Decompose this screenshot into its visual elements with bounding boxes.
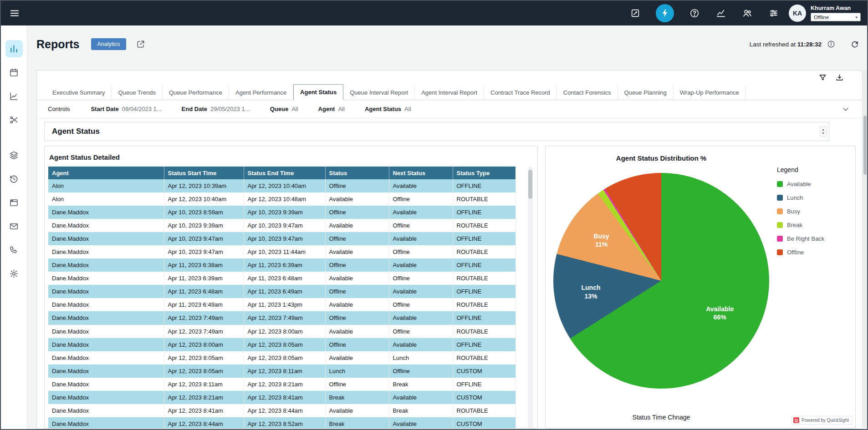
help-icon[interactable] <box>689 7 700 19</box>
table-cell: OFFLINE <box>453 206 516 219</box>
hamburger-menu-icon[interactable] <box>6 5 23 21</box>
table-row[interactable]: Dane.MaddoxApr 10, 2023 9:47amApr 10, 20… <box>48 245 516 258</box>
settings-sliders-icon[interactable] <box>768 7 780 19</box>
column-header-status[interactable]: Status <box>325 167 389 179</box>
table-row[interactable]: AlonApr 12, 2023 10:40amApr 12, 2023 10:… <box>48 192 516 206</box>
chart-caption: Status Time Chnage <box>546 414 777 421</box>
notepad-icon[interactable] <box>629 7 641 19</box>
table-row[interactable]: Dane.MaddoxApr 12, 2023 8:41amApr 12, 20… <box>48 404 516 417</box>
table-cell: Available <box>389 311 453 324</box>
export-icon[interactable] <box>835 73 844 82</box>
sidebar-item-browser[interactable] <box>5 194 23 211</box>
external-link-icon[interactable] <box>136 40 145 49</box>
section-stepper[interactable]: ▲▼ <box>820 126 827 137</box>
table-cell: Break <box>389 404 453 417</box>
sidebar-item-mail[interactable] <box>5 218 23 235</box>
legend-item-available[interactable]: Available <box>777 181 855 187</box>
sidebar-item-scissors[interactable] <box>5 111 23 128</box>
table-scrollbar-thumb[interactable] <box>528 170 532 199</box>
table-cell: Available <box>325 245 389 258</box>
metrics-icon[interactable] <box>715 7 727 19</box>
status-dropdown[interactable]: Offline ▾ <box>811 13 861 21</box>
controls-filters: Start Date09/04/2023 1...End Date29/05/2… <box>91 106 431 112</box>
table-cell: CUSTOM <box>453 391 516 404</box>
column-header-next-status[interactable]: Next Status <box>389 167 453 179</box>
page-scrollbar-thumb[interactable] <box>863 116 867 175</box>
last-refreshed-text: Last refreshed at 11:28:32 <box>750 41 822 48</box>
table-row[interactable]: Dane.MaddoxApr 11, 2023 6:39amApr 11, 20… <box>48 272 516 285</box>
filter-icon[interactable] <box>818 73 827 82</box>
table-cell: Apr 11, 2023 6:48am <box>244 272 325 285</box>
table-row[interactable]: Dane.MaddoxApr 12, 2023 8:05amApr 12, 20… <box>48 364 516 378</box>
table-row[interactable]: Dane.MaddoxApr 12, 2023 8:00amApr 12, 20… <box>48 338 516 351</box>
table-row[interactable]: Dane.MaddoxApr 10, 2023 9:39amApr 10, 20… <box>48 219 516 232</box>
legend-item-lunch[interactable]: Lunch <box>777 194 855 201</box>
sidebar-item-settings[interactable] <box>5 265 23 282</box>
pie-chart[interactable]: Available66%Lunch13%Busy11% <box>553 173 769 389</box>
pie-slice-label-lunch: Lunch13% <box>582 283 601 300</box>
filter-value: 29/05/2023 1... <box>210 106 250 112</box>
table-cell: Offline <box>389 272 453 285</box>
tab-queue-interval-report[interactable]: Queue Interval Report <box>343 86 415 100</box>
table-row[interactable]: Dane.MaddoxApr 12, 2023 8:44amApr 12, 20… <box>48 417 516 429</box>
table-row[interactable]: AlonApr 12, 2023 10:39amApr 12, 2023 10:… <box>48 179 516 192</box>
tab-wrap-up-performance[interactable]: Wrap-Up Performance <box>674 86 746 100</box>
control-filter-agent-status[interactable]: Agent StatusAll <box>365 106 411 112</box>
tab-executive-summary[interactable]: Executive Summary <box>46 86 112 100</box>
column-header-agent[interactable]: Agent <box>48 167 164 179</box>
sidebar-item-calendar[interactable] <box>5 64 23 81</box>
users-icon[interactable] <box>741 7 753 19</box>
table-row[interactable]: Dane.MaddoxApr 11, 2023 6:38amApr 11, 20… <box>48 258 516 272</box>
tab-agent-interval-report[interactable]: Agent Interval Report <box>415 86 484 100</box>
avatar[interactable]: KA <box>789 5 806 22</box>
legend-item-be-right-back[interactable]: Be Right Back <box>777 235 855 242</box>
info-icon[interactable] <box>827 40 835 48</box>
control-filter-queue[interactable]: QueueAll <box>270 106 298 112</box>
tab-contract-trace-record[interactable]: Contract Trace Record <box>484 86 557 100</box>
tab-queue-performance[interactable]: Queue Performance <box>163 86 229 100</box>
panels: Agent Status Detailed AgentStatus Start … <box>44 146 856 429</box>
table-cell: Offline <box>389 325 453 338</box>
filter-label: End Date <box>182 106 207 112</box>
table-row[interactable]: Dane.MaddoxApr 11, 2023 6:49amApr 11, 20… <box>48 298 516 311</box>
sidebar-item-phone[interactable] <box>5 241 23 258</box>
table-row[interactable]: Dane.MaddoxApr 12, 2023 8:11amApr 12, 20… <box>48 378 516 391</box>
table-cell: ROUTABLE <box>453 272 516 285</box>
line-chart-icon <box>9 91 19 101</box>
analytics-badge[interactable]: Analytics <box>91 38 126 50</box>
control-filter-end-date[interactable]: End Date29/05/2023 1... <box>182 106 250 112</box>
page-scrollbar[interactable] <box>863 70 867 428</box>
tab-queue-planning[interactable]: Queue Planning <box>618 86 674 100</box>
refresh-icon[interactable] <box>851 40 859 48</box>
tab-agent-performance[interactable]: Agent Performance <box>229 86 293 100</box>
legend-item-offline[interactable]: Offline <box>777 249 855 256</box>
legend-item-break[interactable]: Break <box>777 222 855 228</box>
table-row[interactable]: Dane.MaddoxApr 11, 2023 6:48amApr 11, 20… <box>48 285 516 298</box>
lightning-icon[interactable] <box>656 4 674 22</box>
sidebar-item-layers[interactable] <box>5 147 23 164</box>
sidebar-item-bar-chart[interactable] <box>5 40 23 57</box>
table-cell: Dane.Maddox <box>48 206 164 219</box>
column-header-status-start-time[interactable]: Status Start Time <box>164 167 244 179</box>
sidebar-item-history[interactable] <box>5 170 23 187</box>
table-row[interactable]: Dane.MaddoxApr 12, 2023 8:21amApr 12, 20… <box>48 391 516 404</box>
tab-agent-status[interactable]: Agent Status <box>293 84 343 100</box>
table-row[interactable]: Dane.MaddoxApr 12, 2023 8:05amApr 12, 20… <box>48 351 516 364</box>
control-filter-agent[interactable]: AgentAll <box>318 106 345 112</box>
tab-contact-forensics[interactable]: Contact Forensics <box>557 86 618 100</box>
column-header-status-end-time[interactable]: Status End Time <box>244 167 325 179</box>
table-row[interactable]: Dane.MaddoxApr 12, 2023 7:49amApr 12, 20… <box>48 311 516 324</box>
table-cell: Apr 12, 2023 8:05am <box>164 351 244 364</box>
table-cell: Dane.Maddox <box>48 219 164 232</box>
table-row[interactable]: Dane.MaddoxApr 12, 2023 7:49amApr 12, 20… <box>48 325 516 338</box>
table-scrollbar[interactable] <box>528 167 533 429</box>
controls-expand-icon[interactable] <box>842 106 849 113</box>
legend-item-busy[interactable]: Busy <box>777 208 855 215</box>
control-filter-start-date[interactable]: Start Date09/04/2023 1... <box>91 106 161 112</box>
sidebar-item-line-chart[interactable] <box>5 87 23 105</box>
table-row[interactable]: Dane.MaddoxApr 10, 2023 9:47amApr 10, 20… <box>48 232 516 245</box>
filter-label: Agent <box>318 106 335 112</box>
table-row[interactable]: Dane.MaddoxApr 10, 2023 8:59amApr 10, 20… <box>48 206 516 219</box>
tab-queue-trends[interactable]: Queue Trends <box>112 86 163 100</box>
column-header-status-type[interactable]: Status Type <box>453 167 516 179</box>
